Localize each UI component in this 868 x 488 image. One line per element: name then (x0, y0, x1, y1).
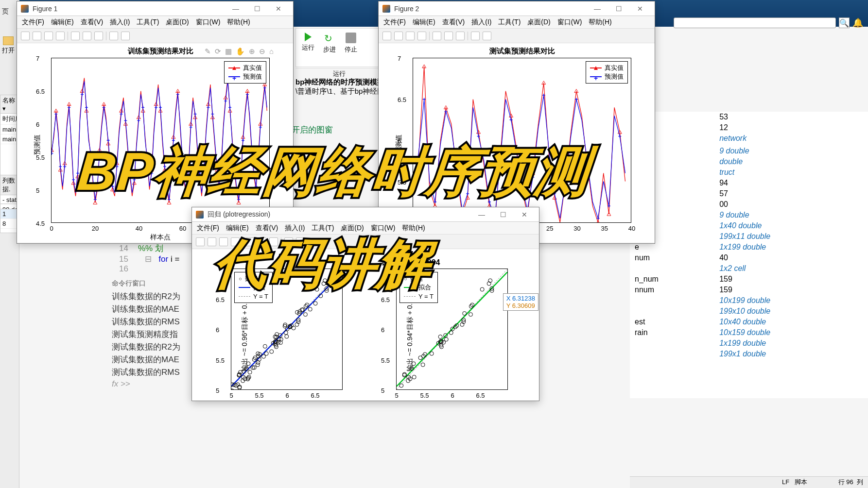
svg-point-87 (402, 373, 406, 377)
menu-item[interactable]: 查看(V) (442, 18, 465, 27)
minimize-button[interactable]: — (471, 208, 492, 221)
workspace-row[interactable]: nnum159 (630, 285, 868, 295)
grid-icon[interactable] (456, 32, 465, 40)
menu-item[interactable]: 工具(T) (498, 18, 521, 27)
workspace-row[interactable]: 199x1 double (630, 349, 868, 359)
workspace-row[interactable]: 1x40 double (630, 220, 868, 231)
menu-item[interactable]: 文件(F) (22, 18, 44, 27)
workspace-panel[interactable]: 5312network9 doubledoubletruct9457009 do… (630, 112, 868, 398)
workspace-row[interactable]: num40 (630, 252, 868, 263)
menu-item[interactable]: 窗口(W) (196, 18, 221, 27)
menu-item[interactable]: 查看(V) (81, 18, 104, 27)
chart-1-legend[interactable]: 真实值 +预测值 (224, 61, 266, 84)
menu-item[interactable]: 桌面(D) (166, 18, 189, 27)
maximize-button[interactable]: ☐ (246, 2, 268, 16)
workspace-row[interactable]: 57 (630, 188, 868, 199)
figure-2-toolbar[interactable] (379, 29, 655, 43)
workspace-row[interactable]: 199x10 double (630, 306, 868, 317)
print-icon[interactable] (417, 32, 426, 40)
device-icon[interactable] (83, 32, 91, 40)
chart-2-legend[interactable]: 真实值 +预测值 (586, 61, 628, 84)
workspace-row[interactable]: 1x199 double (630, 338, 868, 349)
open-folder-icon[interactable] (3, 36, 14, 45)
figure-3-titlebar[interactable]: 回归 (plotregression) — ☐ ✕ (192, 207, 539, 222)
svg-point-121 (480, 287, 484, 291)
workspace-row[interactable]: 9 double (630, 210, 868, 220)
link-icon[interactable] (433, 32, 441, 40)
print-icon[interactable] (56, 32, 65, 40)
workspace-row[interactable]: network (630, 133, 868, 144)
svg-point-42 (285, 335, 289, 338)
device-icon[interactable] (444, 32, 453, 40)
colorbar-icon[interactable] (121, 32, 130, 40)
workspace-row[interactable]: 94 (630, 178, 868, 188)
figure-2-menubar[interactable]: 文件(F)编辑(E)查看(V)插入(I)工具(T)桌面(D)窗口(W)帮助(H) (379, 16, 655, 29)
pointer-icon[interactable] (109, 32, 118, 40)
workspace-row[interactable]: rain10x159 double (630, 327, 868, 338)
rotate-icon[interactable]: ⟳ (215, 47, 221, 56)
step-button[interactable]: ↻步进 (323, 33, 336, 54)
menu-item[interactable]: 文件(F) (383, 18, 406, 27)
colorbar-icon[interactable] (483, 32, 491, 40)
minimize-button[interactable]: — (225, 2, 246, 16)
maximize-button[interactable]: ☐ (608, 2, 629, 16)
menu-item[interactable]: 插入(I) (110, 18, 130, 27)
save-icon[interactable] (44, 32, 53, 40)
zoomout-icon[interactable]: ⊖ (259, 47, 265, 56)
workspace-row[interactable]: 10x199 double (630, 295, 868, 306)
zoomin-icon[interactable]: ⊕ (249, 47, 255, 56)
workspace-row[interactable]: 00 (630, 199, 868, 210)
svg-point-116 (438, 335, 442, 339)
menu-item[interactable]: 窗口(W) (557, 18, 582, 27)
workspace-row[interactable]: 53 (630, 112, 868, 122)
pointer-icon[interactable] (471, 32, 480, 40)
open-icon[interactable] (208, 237, 216, 246)
grid-icon[interactable] (94, 32, 103, 40)
home-icon[interactable]: ⌂ (269, 47, 274, 56)
new-icon[interactable] (21, 32, 30, 40)
menu-item[interactable]: 编辑(E) (413, 18, 435, 27)
menu-item[interactable]: 编辑(E) (51, 18, 74, 27)
close-button[interactable]: ✕ (268, 2, 289, 16)
close-button[interactable]: ✕ (514, 208, 535, 221)
workspace-row[interactable]: e1x199 double (630, 242, 868, 252)
search-button[interactable]: 🔍 (839, 17, 850, 28)
menu-item[interactable]: 帮助(H) (589, 18, 611, 27)
run-button[interactable]: 运行 (302, 33, 314, 52)
figure-1-menubar[interactable]: 文件(F)编辑(E)查看(V)插入(I)工具(T)桌面(D)窗口(W)帮助(H) (17, 16, 293, 29)
workspace-row[interactable]: n_num159 (630, 274, 868, 285)
maximize-button[interactable]: ☐ (492, 208, 514, 221)
new-icon[interactable] (382, 32, 391, 40)
datatip[interactable]: X 6.31238 Y 6.30609 (503, 293, 538, 311)
menu-item[interactable]: 帮助(H) (227, 18, 250, 27)
datatip-icon[interactable]: ▦ (225, 47, 232, 56)
search-box[interactable] (674, 17, 836, 28)
minimize-button[interactable]: — (587, 2, 608, 16)
save-icon[interactable] (406, 32, 415, 40)
stop-button[interactable]: 停止 (345, 33, 357, 54)
workspace-row[interactable]: double (630, 156, 868, 167)
workspace-row[interactable]: est10x40 double (630, 317, 868, 327)
home-tab[interactable]: 页 (2, 7, 9, 16)
menu-item[interactable]: 工具(T) (137, 18, 159, 27)
menu-item[interactable]: 文件(F) (197, 224, 219, 233)
new-icon[interactable] (196, 237, 205, 246)
figure-2-titlebar[interactable]: Figure 2 — ☐ ✕ (379, 1, 655, 16)
brush-icon[interactable]: ✎ (205, 47, 211, 56)
pan-icon[interactable]: ✋ (236, 47, 245, 56)
workspace-row[interactable]: 12 (630, 122, 868, 133)
workspace-row[interactable]: 1x2 cell (630, 263, 868, 274)
workspace-row[interactable]: truct (630, 167, 868, 178)
open-icon[interactable] (394, 32, 403, 40)
link-icon[interactable] (71, 32, 80, 40)
menu-item[interactable]: 插入(I) (471, 18, 491, 27)
bell-icon[interactable]: 🔔 (852, 17, 863, 28)
figure-1-titlebar[interactable]: Figure 1 — ☐ ✕ (17, 1, 293, 16)
workspace-row[interactable]: 199x11 double (630, 231, 868, 242)
figure-1-toolbar[interactable] (17, 29, 293, 43)
workspace-row[interactable]: 9 double (630, 146, 868, 156)
menu-item[interactable]: 桌面(D) (527, 18, 550, 27)
axes-toolbar[interactable]: ✎⟳▦✋⊕⊖⌂ (205, 47, 274, 56)
open-icon[interactable] (33, 32, 41, 40)
close-button[interactable]: ✕ (629, 2, 651, 16)
